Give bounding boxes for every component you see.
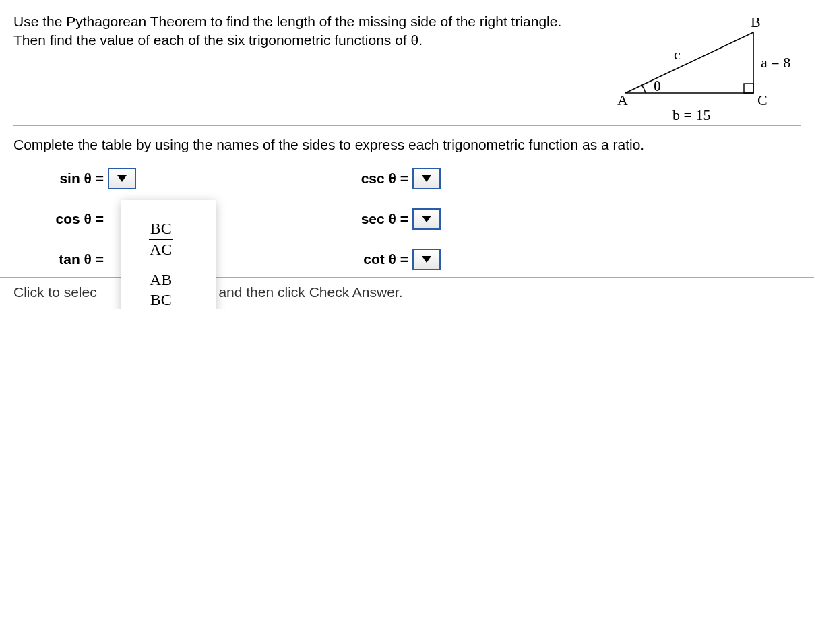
- csc-label: csc θ =: [352, 170, 412, 187]
- side-b-label: b = 15: [672, 106, 710, 124]
- chevron-down-icon: [422, 256, 431, 263]
- triangle-diagram: A C B c a = 8 b = 15 θ: [598, 12, 801, 120]
- theta-label: θ: [654, 77, 661, 95]
- instruction-text: Complete the table by using the names of…: [13, 135, 801, 154]
- cos-label: cos θ =: [47, 211, 108, 227]
- csc-dropdown[interactable]: [412, 168, 441, 189]
- sec-label: sec θ =: [352, 211, 412, 227]
- svg-rect-1: [744, 84, 753, 93]
- side-a-label: a = 8: [761, 54, 790, 71]
- side-c-label: c: [674, 46, 681, 63]
- cot-label: cot θ =: [352, 251, 412, 267]
- footer-suffix: er(s) and then click Check Answer.: [185, 284, 402, 300]
- vertex-b-label: B: [751, 13, 761, 31]
- dropdown-option[interactable]: BCAC: [121, 214, 216, 264]
- svg-marker-0: [625, 32, 753, 93]
- problem-text: Use the Pythagorean Theorem to find the …: [13, 12, 585, 51]
- chevron-down-icon: [422, 216, 431, 222]
- tan-label: tan θ =: [47, 251, 108, 267]
- sin-dropdown-list[interactable]: BCACABBCBCABACBCABACACAB: [121, 200, 216, 309]
- divider: [13, 125, 801, 126]
- vertex-c-label: C: [757, 92, 768, 109]
- dropdown-option[interactable]: ABBC: [121, 265, 216, 309]
- chevron-down-icon: [117, 175, 127, 182]
- sin-dropdown[interactable]: [108, 168, 136, 189]
- cot-dropdown[interactable]: [412, 249, 441, 270]
- footer-prefix: Click to selec: [13, 284, 97, 300]
- vertex-a-label: A: [617, 92, 628, 109]
- sec-dropdown[interactable]: [412, 208, 441, 230]
- sin-label: sin θ =: [47, 170, 108, 187]
- chevron-down-icon: [422, 175, 431, 182]
